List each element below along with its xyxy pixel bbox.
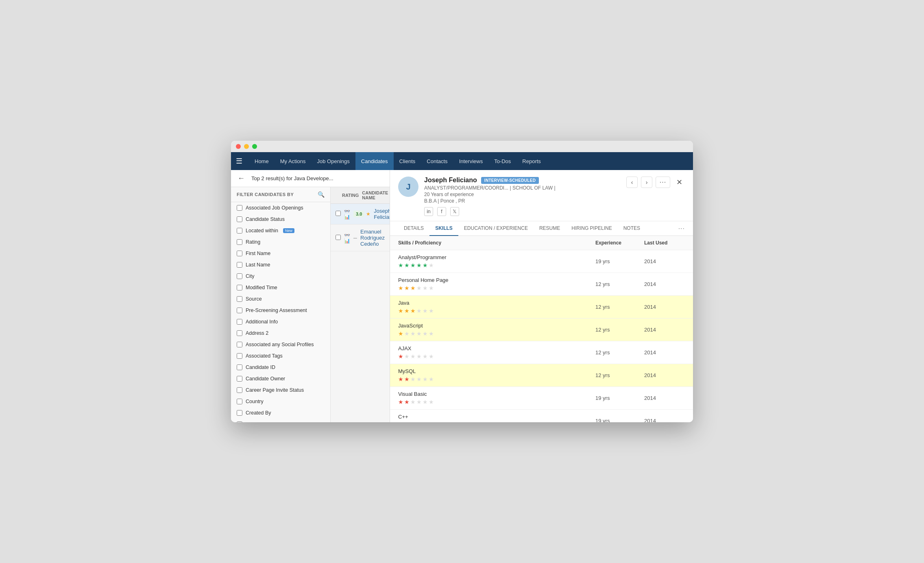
skill-stars: ★★★★★★ (398, 353, 595, 360)
filter-items-list: Associated Job OpeningsCandidate StatusL… (231, 202, 330, 422)
minimize-dot[interactable] (244, 144, 249, 149)
titlebar (231, 141, 693, 152)
nav-item-interviews[interactable]: Interviews (453, 152, 489, 170)
avatar: J (398, 177, 418, 197)
filter-item[interactable]: First Name (231, 248, 330, 259)
table-body: 👓 📊3.0★Joseph Feliciano👓 📊–Emanuel Rodrí… (331, 204, 390, 422)
table-row[interactable]: 👓 📊–Emanuel Rodríguez Cedeño (331, 225, 390, 251)
row-action-icons: 👓 📊 (344, 232, 350, 244)
left-panel: ← Top 2 result(s) for Java Develope... F… (231, 170, 390, 422)
main-area: ← Top 2 result(s) for Java Develope... F… (231, 170, 693, 422)
twitter-icon[interactable]: 𝕏 (450, 207, 459, 216)
back-button[interactable]: ← (238, 174, 245, 183)
skill-row: JavaScript★★★★★★12 yrs2014 (390, 319, 693, 341)
skill-stars: ★★★★★★ (398, 308, 595, 314)
candidate-full-name: Joseph Feliciano (424, 177, 477, 184)
nav-item-jobopenings[interactable]: Job Openings (312, 152, 355, 170)
filter-item[interactable]: Candidate Owner (231, 373, 330, 384)
filter-item[interactable]: Located withinNew (231, 225, 330, 236)
candidate-name-cell[interactable]: Joseph Feliciano (374, 208, 390, 220)
skill-row: MySQL★★★★★★12 yrs2014 (390, 364, 693, 387)
filter-item[interactable]: Address 2 (231, 327, 330, 339)
filter-item[interactable]: Candidate ID (231, 362, 330, 373)
skill-stars: ★★★★★★ (398, 376, 595, 382)
tab-details[interactable]: DETAILS (398, 221, 429, 236)
tabs-bar: DETAILSSKILLSEDUCATION / EXPERIENCERESUM… (390, 221, 693, 236)
skills-table-header: Skills / Proficiency Experience Last Use… (390, 236, 693, 250)
skills-col-skill-header: Skills / Proficiency (398, 240, 595, 246)
prev-candidate-button[interactable]: ‹ (626, 177, 638, 188)
table-row[interactable]: 👓 📊3.0★Joseph Feliciano (331, 204, 390, 225)
skills-col-last-header: Last Used (644, 240, 685, 246)
filter-item[interactable]: Additional Info (231, 316, 330, 327)
filter-item[interactable]: Candidate Status (231, 214, 330, 225)
tab-education---experience[interactable]: EDUCATION / EXPERIENCE (458, 221, 534, 236)
nav-item-contacts[interactable]: Contacts (421, 152, 453, 170)
candidates-list: RATING CANDIDATE NAME 👓 📊3.0★Joseph Feli… (331, 187, 390, 422)
skill-row: Analyst/Programmer★★★★★★19 yrs2014 (390, 250, 693, 273)
skill-stars: ★★★★★★ (398, 399, 595, 405)
skill-stars: ★★★★★★ (398, 285, 595, 291)
close-dot[interactable] (236, 144, 241, 149)
nav-item-candidates[interactable]: Candidates (355, 152, 394, 170)
tab-notes[interactable]: NOTES (618, 221, 646, 236)
filter-item[interactable]: Created By (231, 407, 330, 419)
filter-item[interactable]: Country (231, 396, 330, 407)
filter-item[interactable]: Pre-Screening Assessment (231, 305, 330, 316)
filter-item[interactable]: Modified Time (231, 282, 330, 293)
tab-skills[interactable]: SKILLS (429, 221, 458, 236)
candidate-info: Joseph Feliciano INTERVIEW-SCHEDULED ANA… (424, 177, 621, 216)
tab-resume[interactable]: RESUME (534, 221, 566, 236)
nav-item-home[interactable]: Home (249, 152, 275, 170)
filter-header: FILTER CANDIDATES BY 🔍 (231, 187, 330, 202)
tab-hiring-pipeline[interactable]: HIRING PIPELINE (566, 221, 617, 236)
app-window: ☰ Home My Actions Job Openings Candidate… (231, 141, 693, 422)
tabs-more-button[interactable]: ··· (678, 225, 685, 232)
filter-search-icon[interactable]: 🔍 (318, 191, 325, 198)
candidate-name-cell[interactable]: Emanuel Rodríguez Cedeño (360, 229, 385, 247)
navbar: ☰ Home My Actions Job Openings Candidate… (231, 152, 693, 170)
table-header: RATING CANDIDATE NAME (331, 187, 390, 204)
nav-item-myactions[interactable]: My Actions (275, 152, 312, 170)
skills-col-exp-header: Experience (595, 240, 644, 246)
filter-item[interactable]: Source (231, 293, 330, 305)
skill-row: Personal Home Page★★★★★★12 yrs2014 (390, 273, 693, 296)
search-title: Top 2 result(s) for Java Develope... (251, 175, 383, 181)
candidate-experience: 20 Years of experience (424, 192, 621, 197)
filter-item[interactable]: Rating (231, 236, 330, 248)
skills-content: Skills / Proficiency Experience Last Use… (390, 236, 693, 422)
filter-item[interactable]: Associated Job Openings (231, 202, 330, 214)
filter-item[interactable]: Created Time (231, 419, 330, 422)
facebook-icon[interactable]: f (437, 207, 446, 216)
nav-item-todos[interactable]: To-Dos (488, 152, 516, 170)
candidate-name-row: Joseph Feliciano INTERVIEW-SCHEDULED (424, 177, 621, 184)
filter-title: FILTER CANDIDATES BY (237, 192, 294, 197)
skills-rows: Analyst/Programmer★★★★★★19 yrs2014Person… (390, 250, 693, 422)
maximize-dot[interactable] (252, 144, 257, 149)
header-actions: ‹ › ··· ✕ (626, 177, 685, 188)
filter-panel: FILTER CANDIDATES BY 🔍 Associated Job Op… (231, 187, 331, 422)
skill-row: C++★★★★★★19 yrs2014 (390, 410, 693, 422)
col-name-header: CANDIDATE NAME (362, 190, 388, 200)
skill-row: AJAX★★★★★★12 yrs2014 (390, 341, 693, 364)
menu-icon[interactable]: ☰ (236, 157, 242, 166)
social-icons: in f 𝕏 (424, 207, 621, 216)
status-badge: INTERVIEW-SCHEDULED (481, 177, 539, 184)
skill-stars: ★★★★★★ (398, 262, 595, 268)
filter-item[interactable]: Last Name (231, 259, 330, 271)
search-bar: ← Top 2 result(s) for Java Develope... (231, 170, 390, 187)
more-options-button[interactable]: ··· (656, 177, 670, 188)
filter-item[interactable]: Career Page Invite Status (231, 384, 330, 396)
filter-item[interactable]: City (231, 271, 330, 282)
close-panel-button[interactable]: ✕ (673, 177, 685, 188)
nav-item-clients[interactable]: Clients (394, 152, 421, 170)
skill-row: Java★★★★★★12 yrs2014 (390, 296, 693, 319)
nav-item-reports[interactable]: Reports (516, 152, 547, 170)
next-candidate-button[interactable]: › (641, 177, 652, 188)
right-panel: J Joseph Feliciano INTERVIEW-SCHEDULED A… (390, 170, 693, 422)
filter-item[interactable]: Associated Tags (231, 350, 330, 362)
linkedin-icon[interactable]: in (424, 207, 433, 216)
filter-item[interactable]: Associated any Social Profiles (231, 339, 330, 350)
row-rating: 3.0★ (353, 211, 370, 217)
candidate-header: J Joseph Feliciano INTERVIEW-SCHEDULED A… (390, 170, 693, 221)
